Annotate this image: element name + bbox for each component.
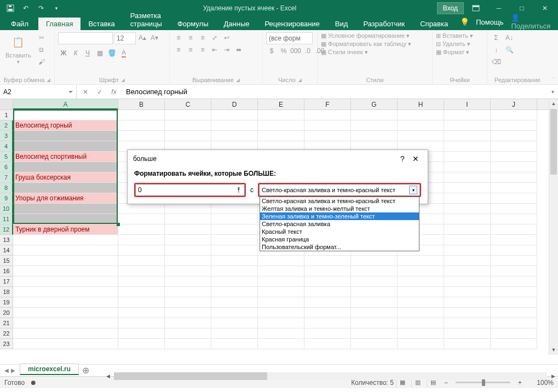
row-header-4[interactable]: 4 xyxy=(0,141,13,152)
cancel-formula-icon[interactable]: ✕ xyxy=(79,86,92,98)
zoom-in-icon[interactable]: + xyxy=(516,379,524,387)
fill-color-icon[interactable]: 🪣 xyxy=(106,48,117,59)
cell-D2[interactable] xyxy=(211,120,258,131)
cell-H15[interactable] xyxy=(398,256,444,266)
cell-E1[interactable] xyxy=(258,110,304,120)
cell-A18[interactable] xyxy=(13,287,118,297)
row-header-14[interactable]: 14 xyxy=(0,245,13,256)
cell-I18[interactable] xyxy=(444,287,491,297)
cell-H16[interactable] xyxy=(398,266,444,276)
insert-cells-button[interactable]: ⊞ Вставить ▾ xyxy=(436,32,473,39)
cell-F16[interactable] xyxy=(304,266,351,276)
cell-G16[interactable] xyxy=(351,266,398,276)
cell-H18[interactable] xyxy=(398,287,444,297)
scroll-left-icon[interactable]: ◀ xyxy=(103,371,113,382)
cell-G19[interactable] xyxy=(351,297,398,308)
tell-me-icon[interactable]: 💡 xyxy=(456,18,474,26)
cell-J2[interactable] xyxy=(491,120,537,131)
cell-J21[interactable] xyxy=(491,318,537,328)
collapse-ribbon-icon[interactable]: ˇ xyxy=(553,77,555,83)
row-header-5[interactable]: 5 xyxy=(0,152,13,162)
cell-E19[interactable] xyxy=(258,297,304,308)
cell-C15[interactable] xyxy=(165,256,211,266)
cell-C13[interactable] xyxy=(165,235,211,245)
cell-J1[interactable] xyxy=(491,110,537,120)
tab-view[interactable]: Вид xyxy=(327,18,356,30)
align-center-icon[interactable]: ≡ xyxy=(185,44,196,55)
column-header-F[interactable]: F xyxy=(304,99,351,109)
cell-J9[interactable] xyxy=(491,193,537,204)
number-format-combo[interactable]: (все форм xyxy=(266,32,313,44)
dropdown-option[interactable]: Светло-красная заливка xyxy=(260,220,419,228)
cell-C22[interactable] xyxy=(165,328,211,339)
delete-cells-button[interactable]: ⊟ Удалить ▾ xyxy=(436,41,470,48)
dropdown-option[interactable]: Светло-красная заливка и темно-красный т… xyxy=(260,197,419,205)
scroll-down-icon[interactable]: ▼ xyxy=(549,345,558,355)
cell-I16[interactable] xyxy=(444,266,491,276)
number-launcher-icon[interactable]: ◢ xyxy=(298,77,302,83)
cell-A7[interactable]: Груша боксерская xyxy=(13,172,118,183)
cell-D14[interactable] xyxy=(211,245,258,256)
cell-A10[interactable] xyxy=(13,204,118,214)
sheet-tab[interactable]: microexcel.ru xyxy=(20,364,79,375)
inc-decimal-icon[interactable]: .0 xyxy=(302,45,313,56)
cell-F17[interactable] xyxy=(304,276,351,287)
cell-F15[interactable] xyxy=(304,256,351,266)
cell-I8[interactable] xyxy=(444,183,491,193)
cell-B19[interactable] xyxy=(118,297,165,308)
cell-G2[interactable] xyxy=(351,120,398,131)
cell-H1[interactable] xyxy=(398,110,444,120)
cell-F1[interactable] xyxy=(304,110,351,120)
cell-I5[interactable] xyxy=(444,152,491,162)
cell-D19[interactable] xyxy=(211,297,258,308)
tab-insert[interactable]: Вставка xyxy=(80,18,122,30)
copy-icon[interactable]: ⧉ xyxy=(36,44,48,55)
select-all-corner[interactable] xyxy=(0,99,13,109)
hscroll-thumb[interactable] xyxy=(114,372,267,380)
column-header-A[interactable]: A xyxy=(13,99,118,109)
tell-me[interactable]: Помощь xyxy=(474,16,505,28)
cell-F23[interactable] xyxy=(304,339,351,349)
fill-handle[interactable] xyxy=(117,223,120,226)
cell-A16[interactable] xyxy=(13,266,118,276)
cell-E17[interactable] xyxy=(258,276,304,287)
cell-G18[interactable] xyxy=(351,287,398,297)
row-header-8[interactable]: 8 xyxy=(0,183,13,193)
cell-C12[interactable] xyxy=(165,224,211,235)
format-cells-button[interactable]: ▦ Формат ▾ xyxy=(436,49,469,56)
row-header-11[interactable]: 11 xyxy=(0,214,13,224)
tab-file[interactable]: Файл xyxy=(1,18,38,30)
cell-C23[interactable] xyxy=(165,339,211,349)
font-name-combo[interactable] xyxy=(58,32,113,44)
cell-A23[interactable] xyxy=(13,339,118,349)
cell-G20[interactable] xyxy=(351,308,398,318)
row-header-10[interactable]: 10 xyxy=(0,204,13,214)
scroll-up-icon[interactable]: ▲ xyxy=(549,99,558,108)
tab-review[interactable]: Рецензирование xyxy=(257,18,327,30)
cell-C21[interactable] xyxy=(165,318,211,328)
cell-J12[interactable] xyxy=(491,224,537,235)
cell-I15[interactable] xyxy=(444,256,491,266)
chevron-down-icon[interactable]: ▾ xyxy=(409,186,417,194)
dialog-help-icon[interactable]: ? xyxy=(396,154,409,163)
cell-H17[interactable] xyxy=(398,276,444,287)
add-sheet-icon[interactable]: ⊕ xyxy=(79,365,92,377)
cell-D1[interactable] xyxy=(211,110,258,120)
signin-button[interactable]: Вход xyxy=(437,2,464,14)
border-icon[interactable]: ▦ xyxy=(94,48,105,59)
cell-I10[interactable] xyxy=(444,204,491,214)
cell-F21[interactable] xyxy=(304,318,351,328)
wrap-text-icon[interactable]: ↩ xyxy=(221,32,232,43)
cell-J13[interactable] xyxy=(491,235,537,245)
cell-C18[interactable] xyxy=(165,287,211,297)
tab-data[interactable]: Данные xyxy=(216,18,257,30)
cell-D13[interactable] xyxy=(211,235,258,245)
cell-D23[interactable] xyxy=(211,339,258,349)
cell-J3[interactable] xyxy=(491,131,537,141)
name-box[interactable]: A2 xyxy=(0,85,77,99)
cell-A15[interactable] xyxy=(13,256,118,266)
macro-record-icon[interactable]: ⏺ xyxy=(30,379,37,387)
row-header-15[interactable]: 15 xyxy=(0,256,13,266)
cell-C14[interactable] xyxy=(165,245,211,256)
clear-icon[interactable]: ⌫ xyxy=(491,56,502,67)
